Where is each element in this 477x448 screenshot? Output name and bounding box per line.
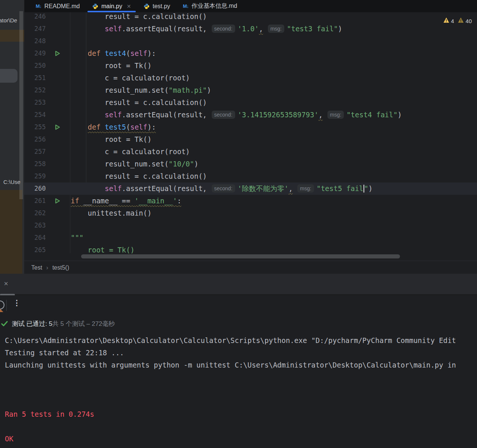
line-number[interactable]: 257 bbox=[24, 146, 46, 158]
line-number[interactable]: 261 bbox=[24, 195, 46, 207]
code-line-260[interactable]: 260 self.assertEqual(result, second:'除数不… bbox=[24, 182, 477, 195]
code-token: " bbox=[364, 184, 368, 193]
code-line-252[interactable]: 252 result_num.set("math.pi") bbox=[24, 84, 477, 96]
code-line-261[interactable]: 261if __name__ == '__main__': bbox=[24, 195, 477, 207]
rerun-icon[interactable] bbox=[0, 301, 4, 309]
editor-tab-bar: M↓README.mdmain.py✕test.pyM↓作业基本信息.md bbox=[0, 0, 477, 12]
test-status-bar: 测试 已通过: 5 共 5 个测试 – 272毫秒 bbox=[0, 316, 477, 331]
editor-horizontal-scrollbar[interactable] bbox=[81, 254, 400, 258]
code-text[interactable]: def test5(self): bbox=[24, 121, 477, 133]
line-number[interactable]: 264 bbox=[24, 232, 46, 244]
run-console[interactable]: C:\Users\Administrator\Desktop\Calculato… bbox=[0, 331, 477, 448]
warnings-item[interactable]: 4 bbox=[443, 17, 454, 25]
inspections-widget[interactable]: 4 40 bbox=[443, 17, 472, 25]
line-number[interactable]: 265 bbox=[24, 244, 46, 256]
line-number[interactable]: 248 bbox=[24, 35, 46, 47]
code-token: ) bbox=[397, 111, 401, 119]
line-number[interactable]: 260 bbox=[24, 182, 46, 195]
code-token: '除数不能为零' bbox=[238, 184, 289, 193]
code-line-264[interactable]: 264""" bbox=[24, 232, 477, 244]
code-text[interactable]: self.assertEqual(result, second:'3.14159… bbox=[24, 109, 477, 121]
code-line-253[interactable]: 253 result = c.calculation() bbox=[24, 96, 477, 109]
code-text[interactable]: result = c.calculation() bbox=[24, 170, 477, 182]
code-token: ): bbox=[147, 49, 156, 57]
more-options-icon[interactable]: ⋮ bbox=[13, 298, 20, 307]
code-token: ) bbox=[207, 86, 211, 94]
code-token: "10/0" bbox=[169, 160, 194, 168]
code-line-258[interactable]: 258 result_num.set("10/0") bbox=[24, 158, 477, 170]
code-text[interactable]: root = Tk() bbox=[24, 133, 477, 146]
line-number[interactable]: 254 bbox=[24, 109, 46, 121]
close-icon[interactable]: ✕ bbox=[4, 280, 9, 287]
run-test-icon[interactable] bbox=[55, 50, 60, 57]
line-number[interactable]: 252 bbox=[24, 84, 46, 96]
tab-作业基本信息.md[interactable]: M↓作业基本信息.md bbox=[176, 0, 243, 12]
code-line-257[interactable]: 257 c = calculator(root) bbox=[24, 146, 477, 158]
code-text[interactable]: unittest.main() bbox=[24, 207, 477, 219]
parameter-hint: second: bbox=[212, 184, 235, 193]
parameter-hint: msg: bbox=[268, 25, 284, 33]
code-text[interactable]: result_num.set("10/0") bbox=[24, 158, 477, 170]
tab-main.py[interactable]: main.py✕ bbox=[86, 0, 137, 12]
code-token: result = c.calculation() bbox=[71, 98, 207, 107]
code-line-247[interactable]: 247 self.assertEqual(result, second:'1.0… bbox=[24, 23, 477, 35]
line-number[interactable]: 253 bbox=[24, 96, 46, 109]
tab-test.py[interactable]: test.py bbox=[137, 0, 176, 12]
breadcrumb-item-test5[interactable]: test5() bbox=[52, 264, 69, 271]
code-text[interactable]: """ bbox=[24, 232, 477, 244]
code-text[interactable]: c = calculator(root) bbox=[24, 72, 477, 84]
code-text[interactable]: result = c.calculation() bbox=[24, 96, 477, 109]
code-token: .assertEqual(result, bbox=[122, 111, 211, 119]
line-number[interactable]: 259 bbox=[24, 170, 46, 182]
code-text[interactable]: self.assertEqual(result, second:'除数不能为零'… bbox=[24, 182, 477, 195]
code-token: self bbox=[130, 123, 147, 131]
run-test-icon[interactable] bbox=[55, 124, 60, 130]
tab-README.md[interactable]: M↓README.md bbox=[29, 0, 86, 12]
left-panel-selected-item[interactable] bbox=[0, 69, 17, 83]
close-tab-icon[interactable]: ✕ bbox=[127, 3, 131, 9]
code-text[interactable]: self.assertEqual(result, second:'1.0', m… bbox=[24, 23, 477, 35]
code-token: self bbox=[105, 111, 122, 119]
code-line-262[interactable]: 262 unittest.main() bbox=[24, 207, 477, 219]
code-line-249[interactable]: 249 def test4(self): bbox=[24, 47, 477, 60]
code-text[interactable]: c = calculator(root) bbox=[24, 146, 477, 158]
line-number[interactable]: 249 bbox=[24, 47, 46, 60]
line-number[interactable]: 250 bbox=[24, 60, 46, 72]
code-line-250[interactable]: 250 root = Tk() bbox=[24, 60, 477, 72]
line-number[interactable]: 251 bbox=[24, 72, 46, 84]
tab-list: M↓README.mdmain.py✕test.pyM↓作业基本信息.md bbox=[29, 0, 243, 12]
code-token bbox=[323, 111, 327, 119]
line-number[interactable]: 262 bbox=[24, 207, 46, 219]
left-panel-scrollbar[interactable] bbox=[19, 11, 23, 199]
run-test-icon[interactable] bbox=[55, 198, 60, 204]
code-token: root = Tk() bbox=[71, 135, 151, 143]
code-text[interactable]: root = Tk() bbox=[24, 60, 477, 72]
console-line bbox=[5, 371, 477, 384]
line-number[interactable]: 256 bbox=[24, 133, 46, 146]
breadcrumb-item-Test[interactable]: Test bbox=[31, 264, 42, 271]
code-line-251[interactable]: 251 c = calculator(root) bbox=[24, 72, 477, 84]
code-line-255[interactable]: 255 def test5(self): bbox=[24, 121, 477, 133]
code-line-259[interactable]: 259 result = c.calculation() bbox=[24, 170, 477, 182]
weak-warnings-item[interactable]: 40 bbox=[458, 17, 472, 25]
code-text[interactable]: result = c.calculation() bbox=[24, 12, 477, 23]
code-text[interactable]: def test4(self): bbox=[24, 47, 477, 60]
tests-summary-label: 共 5 个测试 – 272毫秒 bbox=[52, 320, 115, 328]
code-line-256[interactable]: 256 root = Tk() bbox=[24, 133, 477, 146]
code-text[interactable]: if __name__ == '__main__': bbox=[24, 195, 477, 207]
code-line-246[interactable]: 246 result = c.calculation() bbox=[24, 12, 477, 23]
tab-label: README.md bbox=[44, 3, 80, 10]
left-panel-path-bottom: C:\Use bbox=[3, 179, 20, 185]
line-number[interactable]: 255 bbox=[24, 121, 46, 133]
line-number[interactable]: 263 bbox=[24, 219, 46, 232]
code-line-263[interactable]: 263 bbox=[24, 219, 477, 232]
line-number[interactable]: 246 bbox=[24, 12, 46, 23]
code-line-254[interactable]: 254 self.assertEqual(result, second:'3.1… bbox=[24, 109, 477, 121]
line-number[interactable]: 258 bbox=[24, 158, 46, 170]
console-line: Ran 5 tests in 0.274s bbox=[5, 408, 477, 420]
code-line-248[interactable]: 248 bbox=[24, 35, 477, 47]
tab-label: 作业基本信息.md bbox=[192, 2, 237, 10]
code-editor[interactable]: 246 result = c.calculation()247 self.ass… bbox=[24, 12, 477, 261]
code-text[interactable]: result_num.set("math.pi") bbox=[24, 84, 477, 96]
line-number[interactable]: 247 bbox=[24, 23, 46, 35]
